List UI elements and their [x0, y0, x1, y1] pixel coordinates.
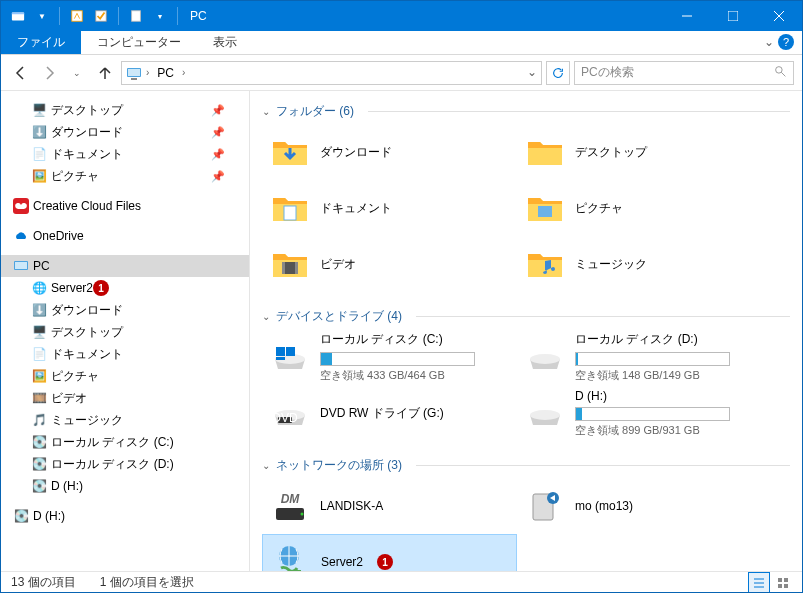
ribbon-collapse-icon[interactable]: ⌄ — [764, 35, 774, 49]
chevron-down-icon[interactable]: ▼ — [31, 5, 53, 27]
network-landisk[interactable]: DМLANDISK-A — [262, 478, 517, 534]
group-drives: ⌄デバイスとドライブ (4) ローカル ディスク (C:)空き領域 433 GB… — [262, 304, 790, 441]
group-header-folders[interactable]: ⌄フォルダー (6) — [262, 99, 790, 124]
tree-disk-h2[interactable]: 💽D (H:) — [1, 505, 249, 527]
tree-pc[interactable]: PC — [1, 255, 249, 277]
folder-desktop[interactable]: デスクトップ — [517, 124, 772, 180]
content-pane[interactable]: ⌄フォルダー (6) ダウンロード デスクトップ ドキュメント ピクチャ ビデオ… — [250, 91, 802, 571]
help-icon[interactable]: ? — [778, 34, 794, 50]
videos-folder-icon — [270, 244, 310, 284]
documents-folder-icon — [270, 188, 310, 228]
document-icon: 📄 — [31, 346, 47, 362]
view-large-button[interactable] — [772, 572, 794, 594]
refresh-button[interactable] — [546, 61, 570, 85]
tree-pc-documents[interactable]: 📄ドキュメント — [1, 343, 249, 365]
network-server2[interactable]: Server21 — [262, 534, 517, 571]
svg-text:DМ: DМ — [281, 492, 301, 506]
drive-h[interactable]: D (H:)空き領域 899 GB/931 GB — [517, 385, 772, 441]
disk-icon: 💽 — [31, 456, 47, 472]
folder-documents[interactable]: ドキュメント — [262, 180, 517, 236]
tree-disk-c[interactable]: 💽ローカル ディスク (C:) — [1, 431, 249, 453]
tree-creative-cloud[interactable]: Creative Cloud Files — [1, 195, 249, 217]
document-icon: 📄 — [31, 146, 47, 162]
folder-downloads[interactable]: ダウンロード — [262, 124, 517, 180]
tree-pc-music[interactable]: 🎵ミュージック — [1, 409, 249, 431]
blank-icon[interactable] — [125, 5, 147, 27]
view-details-button[interactable] — [748, 572, 770, 594]
network-location-icon — [271, 542, 311, 571]
svg-rect-41 — [778, 578, 782, 582]
tree-pc-videos[interactable]: 🎞️ビデオ — [1, 387, 249, 409]
pc-icon — [126, 65, 142, 81]
back-button[interactable] — [9, 61, 33, 85]
app-icon[interactable] — [7, 5, 29, 27]
checkbox-icon[interactable] — [90, 5, 112, 27]
crumb-pc[interactable]: PC — [153, 66, 178, 80]
ribbon-tabs: ファイル コンピューター 表示 ⌄ ? — [1, 31, 802, 55]
cc-icon — [13, 198, 29, 214]
search-input[interactable]: PCの検索 — [574, 61, 794, 85]
tree-pc-desktop[interactable]: 🖥️デスクトップ — [1, 321, 249, 343]
minimize-button[interactable] — [664, 1, 710, 31]
pc-icon — [13, 258, 29, 274]
svg-rect-16 — [15, 262, 27, 269]
tree-server2[interactable]: 🌐Server21 — [1, 277, 249, 299]
nav-tree[interactable]: 🖥️デスクトップ📌 ⬇️ダウンロード📌 📄ドキュメント📌 🖼️ピクチャ📌 Cre… — [1, 91, 249, 571]
svg-rect-2 — [72, 11, 83, 22]
network-location-icon: 🌐 — [31, 280, 47, 296]
address-bar[interactable]: › PC › ⌄ — [121, 61, 542, 85]
disk-icon: 💽 — [13, 508, 29, 524]
qat-dropdown-icon[interactable]: ▾ — [149, 5, 171, 27]
titlebar: ▼ ▾ PC — [1, 1, 802, 31]
download-icon: ⬇️ — [31, 302, 47, 318]
group-network: ⌄ネットワークの場所 (3) DМLANDISK-A mo (mo13) Ser… — [262, 453, 790, 571]
folder-music[interactable]: ミュージック — [517, 236, 772, 292]
up-button[interactable] — [93, 61, 117, 85]
address-dropdown-icon[interactable]: ⌄ — [527, 65, 537, 79]
picture-icon: 🖼️ — [31, 368, 47, 384]
desktop-icon: 🖥️ — [31, 324, 47, 340]
search-icon[interactable] — [774, 65, 787, 81]
chevron-right-icon[interactable]: › — [146, 67, 149, 78]
desktop-icon: 🖥️ — [31, 102, 47, 118]
tab-computer[interactable]: コンピューター — [81, 31, 197, 54]
folder-pictures[interactable]: ピクチャ — [517, 180, 772, 236]
tree-pictures[interactable]: 🖼️ピクチャ📌 — [1, 165, 249, 187]
tree-disk-h1[interactable]: 💽D (H:) — [1, 475, 249, 497]
disk-icon: 💽 — [31, 478, 47, 494]
tree-desktop[interactable]: 🖥️デスクトップ📌 — [1, 99, 249, 121]
drive-icon — [525, 337, 565, 377]
properties-icon[interactable] — [66, 5, 88, 27]
drive-g[interactable]: DVDDVD RW ドライブ (G:) — [262, 385, 517, 441]
desktop-folder-icon — [525, 132, 565, 172]
folder-videos[interactable]: ビデオ — [262, 236, 517, 292]
maximize-button[interactable] — [710, 1, 756, 31]
navbar: ⌄ › PC › ⌄ PCの検索 — [1, 55, 802, 91]
tree-downloads[interactable]: ⬇️ダウンロード📌 — [1, 121, 249, 143]
network-mo[interactable]: mo (mo13) — [517, 478, 772, 534]
tab-view[interactable]: 表示 — [197, 31, 253, 54]
svg-rect-31 — [276, 508, 304, 520]
tree-pc-downloads[interactable]: ⬇️ダウンロード — [1, 299, 249, 321]
annotation-badge: 1 — [377, 554, 393, 570]
chevron-right-icon[interactable]: › — [182, 67, 185, 78]
svg-rect-18 — [538, 206, 552, 217]
group-header-network[interactable]: ⌄ネットワークの場所 (3) — [262, 453, 790, 478]
drive-c[interactable]: ローカル ディスク (C:)空き領域 433 GB/464 GB — [262, 329, 517, 385]
drive-d[interactable]: ローカル ディスク (D:)空き領域 148 GB/149 GB — [517, 329, 772, 385]
forward-button[interactable] — [37, 61, 61, 85]
group-header-drives[interactable]: ⌄デバイスとドライブ (4) — [262, 304, 790, 329]
tree-pc-pictures[interactable]: 🖼️ピクチャ — [1, 365, 249, 387]
tree-onedrive[interactable]: OneDrive — [1, 225, 249, 247]
recent-dropdown-icon[interactable]: ⌄ — [65, 61, 89, 85]
svg-point-30 — [530, 410, 560, 420]
tab-file[interactable]: ファイル — [1, 31, 81, 54]
svg-rect-1 — [12, 13, 24, 15]
tree-disk-d[interactable]: 💽ローカル ディスク (D:) — [1, 453, 249, 475]
annotation-badge: 1 — [93, 280, 109, 296]
tree-documents[interactable]: 📄ドキュメント📌 — [1, 143, 249, 165]
svg-rect-24 — [286, 347, 295, 356]
pin-icon: 📌 — [211, 170, 225, 183]
close-button[interactable] — [756, 1, 802, 31]
svg-rect-6 — [728, 11, 738, 21]
